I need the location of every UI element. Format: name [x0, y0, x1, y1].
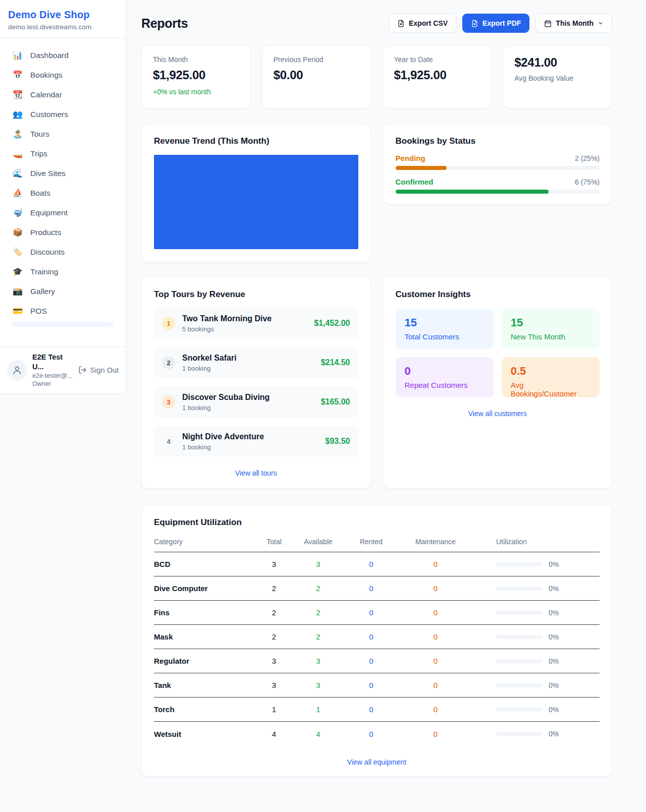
utilization-bar-track [496, 587, 543, 591]
sidebar-item[interactable]: 🤿 Equipment [6, 203, 120, 222]
table-row: Tank 3 3 0 0 0% [154, 673, 600, 698]
table-row: Mask 2 2 0 0 0% [154, 625, 600, 649]
tour-name: Two Tank Morning Dive [182, 314, 272, 323]
stat-delta: +0% vs last month [153, 88, 239, 96]
nav-item-label: Products [30, 228, 61, 237]
sidebar-item[interactable]: ⛵ Boats [6, 183, 120, 203]
sidebar-item-reports-partial[interactable] [12, 322, 114, 327]
insight-tile: 0 Repeat Customers [396, 357, 494, 397]
sidebar-item[interactable]: 📅 Bookings [6, 65, 120, 85]
tour-rank-badge: 1 [162, 317, 175, 330]
stat-card: Year to Date $1,925.00 [383, 45, 492, 108]
equipment-rented: 0 [345, 608, 398, 617]
nav-item-icon: 👥 [12, 109, 23, 119]
tour-name: Night Dive Adventure [182, 432, 264, 441]
equipment-available: 3 [292, 681, 345, 689]
table-row: Torch 1 1 0 0 0% [154, 698, 600, 722]
file-download-icon [397, 20, 405, 27]
utilization-percent: 0% [549, 681, 559, 689]
equipment-rented: 0 [345, 632, 398, 641]
sidebar-nav: 📊 Dashboard 📅 Bookings 📆 Calendar 👥 Cust… [0, 38, 126, 346]
equipment-total: 1 [256, 705, 292, 714]
tour-bookings: 1 booking [182, 404, 270, 412]
equipment-maintenance: 0 [398, 560, 473, 568]
tour-rank-badge: 2 [162, 356, 175, 369]
brand-name: Demo Dive Shop [8, 9, 118, 21]
utilization-bar-track [496, 611, 543, 615]
nav-item-icon: 🏷️ [12, 247, 23, 257]
status-label: Pending [396, 154, 425, 162]
nav-item-label: Boats [30, 189, 50, 198]
insight-tiles: 15 Total Customers 15 New This Month 0 R… [396, 309, 600, 397]
user-role: Owner [32, 380, 73, 388]
status-value: 6 (75%) [575, 178, 600, 186]
export-csv-button[interactable]: Export CSV [389, 14, 456, 33]
insight-tile: 15 New This Month [502, 309, 600, 349]
sidebar-item[interactable]: 🌊 Dive Sites [6, 163, 120, 183]
main-content: Reports Export CSV Export PDF This Month… [126, 0, 646, 777]
nav-item-label: POS [30, 307, 47, 316]
sidebar-item[interactable]: 🚤 Trips [6, 144, 120, 163]
sidebar-item[interactable]: 📦 Products [6, 222, 120, 242]
view-all-tours-link[interactable]: View all tours [154, 469, 358, 477]
view-all-customers-link[interactable]: View all customers [396, 410, 600, 418]
tour-row: 3 Discover Scuba Diving 1 booking $165.0… [154, 386, 358, 418]
export-pdf-button[interactable]: Export PDF [462, 14, 529, 33]
equipment-available: 2 [292, 608, 345, 617]
equipment-maintenance: 0 [398, 730, 473, 738]
view-all-equipment-link[interactable]: View all equipment [154, 758, 600, 766]
nav-item-icon: 🌊 [12, 168, 23, 178]
user-box: E2E Test U... e2e-tester@... Owner Sign … [0, 346, 126, 393]
tour-row: 4 Night Dive Adventure 1 booking $93.50 [154, 426, 358, 457]
insight-tile: 0.5 Avg Bookings/Customer [502, 357, 600, 397]
nav-item-label: Tours [30, 130, 49, 139]
equipment-rented: 0 [345, 584, 398, 593]
status-row: Confirmed 6 (75%) [396, 178, 600, 194]
sidebar-item[interactable]: 📆 Calendar [6, 85, 120, 104]
nav-item-icon: 📆 [12, 90, 23, 99]
status-bar-track [396, 190, 600, 194]
nav-item-icon: 💳 [12, 306, 23, 316]
sidebar-item[interactable]: 💳 POS [6, 301, 120, 321]
nav-item-icon: 🚤 [12, 149, 23, 158]
status-label: Confirmed [396, 178, 434, 186]
equipment-category: BCD [154, 560, 256, 568]
column-category: Category [154, 538, 256, 546]
export-pdf-label: Export PDF [482, 19, 521, 27]
nav-item-label: Dashboard [30, 51, 69, 60]
tour-revenue: $165.00 [321, 397, 350, 407]
sidebar-item[interactable]: 📸 Gallery [6, 281, 120, 301]
nav-item-icon: ⛵ [12, 188, 23, 198]
equipment-maintenance: 0 [398, 681, 473, 689]
table-row: Wetsuit 4 4 0 0 0% [154, 722, 600, 746]
utilization-bar-track [496, 635, 543, 639]
sign-out-label: Sign Out [90, 366, 119, 374]
stat-label: Previous Period [274, 55, 360, 64]
sidebar-item[interactable]: 📊 Dashboard [6, 45, 120, 65]
stat-label: This Month [153, 55, 239, 64]
equipment-total: 3 [256, 560, 292, 568]
table-row: Fins 2 2 0 0 0% [154, 601, 600, 625]
brand-block: Demo Dive Shop demo.test.divestreams.com [0, 0, 126, 38]
sidebar-item[interactable]: 🎓 Training [6, 262, 120, 281]
equipment-available: 2 [292, 584, 345, 593]
avatar [7, 360, 27, 380]
utilization-bar-track [496, 659, 543, 663]
nav-item-label: Customers [30, 110, 68, 119]
sign-out-button[interactable]: Sign Out [78, 366, 119, 374]
sidebar-item[interactable]: 🏝️ Tours [6, 124, 120, 144]
column-available: Available [292, 538, 345, 546]
period-selector[interactable]: This Month [535, 14, 612, 33]
sidebar-item[interactable]: 👥 Customers [6, 104, 120, 124]
stat-value: $1,925.00 [394, 68, 480, 82]
insight-label: Total Customers [405, 332, 484, 341]
equipment-category: Torch [154, 705, 256, 714]
table-row: Dive Computer 2 2 0 0 0% [154, 576, 600, 601]
stats-grid: This Month $1,925.00 +0% vs last month P… [141, 45, 612, 108]
equipment-table-header: Category Total Available Rented Maintena… [154, 528, 600, 552]
equipment-category: Wetsuit [154, 730, 256, 738]
equipment-available: 3 [292, 657, 345, 665]
sidebar-item[interactable]: 🏷️ Discounts [6, 242, 120, 262]
tour-bookings: 1 booking [182, 443, 264, 451]
equipment-rented: 0 [345, 681, 398, 689]
